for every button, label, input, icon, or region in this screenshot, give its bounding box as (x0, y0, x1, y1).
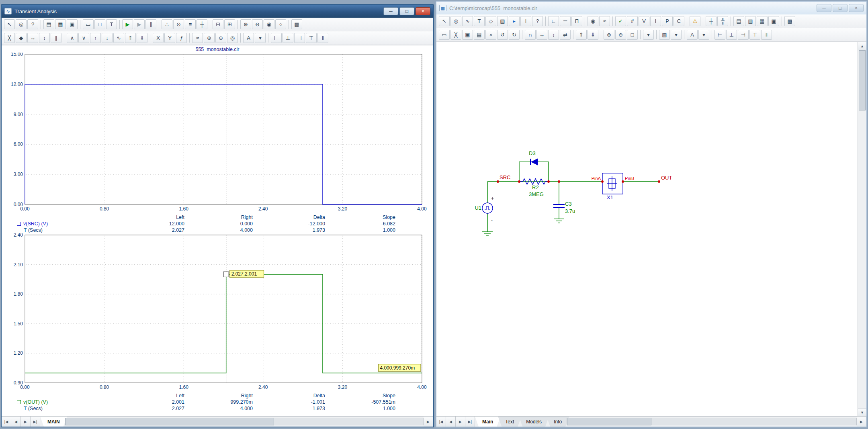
scroll-up-button[interactable]: ▲ (858, 42, 866, 50)
last-tab-button[interactable]: ▶| (31, 417, 40, 427)
pattern-icon[interactable]: ▨ (659, 30, 670, 40)
tokens-icon[interactable]: ⊙ (173, 19, 184, 29)
horizontal-scrollbar-thumb[interactable] (65, 418, 274, 425)
powers-icon[interactable]: P (662, 16, 673, 26)
align-top-icon[interactable]: ⊤ (306, 33, 317, 43)
close-button[interactable]: × (416, 7, 430, 15)
capacitor-c3[interactable] (553, 204, 565, 208)
horizontal-scrollbar[interactable] (567, 418, 857, 425)
zoom-window-icon[interactable]: □ (94, 19, 105, 29)
align-right-icon[interactable]: ⊣ (294, 33, 305, 43)
minimize-button[interactable]: ─ (817, 4, 831, 12)
align-right-icon[interactable]: ⊣ (738, 30, 749, 40)
picture-mode-icon[interactable]: ▧ (497, 16, 508, 26)
diode-d3[interactable] (530, 159, 538, 165)
run-icon[interactable]: ▶ (122, 19, 133, 29)
flag-mode-icon[interactable]: ▸ (509, 16, 520, 26)
align-center-icon[interactable]: ⊥ (726, 30, 737, 40)
flip-icon[interactable]: ⇄ (560, 30, 571, 40)
properties-icon[interactable]: ▩ (291, 19, 302, 29)
data-points-icon[interactable]: ∴ (162, 19, 172, 29)
maximize-button[interactable]: □ (833, 4, 848, 12)
zoom-in-icon[interactable]: ⊕ (240, 19, 251, 29)
node-numbers-icon[interactable]: # (627, 16, 638, 26)
pause-icon[interactable]: ∥ (145, 19, 156, 29)
text-tool-icon[interactable]: T (106, 19, 117, 29)
graphics-mode-icon[interactable]: ◇ (485, 16, 496, 26)
font-icon[interactable]: A (687, 30, 698, 40)
d3-label[interactable]: D3 (529, 150, 536, 156)
help-mode-icon[interactable]: ? (532, 16, 543, 26)
pattern-dropdown-icon[interactable]: ▾ (671, 30, 682, 40)
last-tab-button[interactable]: ▶| (465, 417, 475, 427)
component-list-icon[interactable]: ▤ (733, 16, 744, 26)
new-file-icon[interactable]: ▤ (43, 19, 54, 29)
first-tab-button[interactable]: |◀ (2, 417, 11, 427)
horizontal-scrollbar[interactable] (65, 418, 424, 425)
x1-label[interactable]: X1 (607, 194, 613, 200)
valley-icon[interactable]: ∨ (78, 33, 89, 43)
vertical-axis-icon[interactable]: ⊞ (224, 19, 235, 29)
copy-icon[interactable]: ▣ (462, 30, 473, 40)
next-tab-button[interactable]: ▶ (456, 417, 465, 427)
out-node-label[interactable]: OUT (661, 175, 672, 181)
text-color-icon[interactable]: A (243, 33, 254, 43)
next-tab-button[interactable]: ▶ (21, 417, 31, 427)
grid-snap-icon[interactable]: ╬ (717, 16, 728, 26)
zoom-in-icon[interactable]: ⊕ (204, 33, 215, 43)
src-node-label[interactable]: SRC (500, 174, 510, 180)
normalize-icon[interactable]: ≈ (192, 33, 203, 43)
info-mode-icon[interactable]: i (520, 16, 531, 26)
transient-plot-src[interactable]: 0.000.801.602.403.204.000.003.006.009.00… (2, 53, 433, 213)
box-select-icon[interactable]: ▭ (439, 30, 450, 40)
currents-icon[interactable]: I (650, 16, 661, 26)
title-bar[interactable]: ▦ C:\temp\microcap\555_monostable.cir ─□… (436, 2, 866, 14)
scroll-right-button[interactable]: ▶ (424, 417, 433, 427)
bus-mode-icon[interactable]: ═ (560, 16, 571, 26)
r2-label[interactable]: R2 (532, 184, 539, 190)
autoscale-icon[interactable]: ◉ (264, 19, 274, 29)
wire[interactable] (487, 162, 659, 232)
font-dropdown-icon[interactable]: ▾ (698, 30, 709, 40)
select-region-icon[interactable]: ▭ (83, 19, 94, 29)
info-mode-icon[interactable]: ? (27, 19, 38, 29)
add-tag-icon[interactable]: ◆ (16, 33, 27, 43)
select-mode-icon[interactable]: ↖ (439, 16, 450, 26)
voltage-source-u1[interactable] (482, 203, 493, 213)
shape-list-icon[interactable]: ▥ (745, 16, 756, 26)
prev-tab-button[interactable]: ◀ (446, 417, 456, 427)
scroll-right-button[interactable]: ▶ (857, 417, 866, 427)
align-center-icon[interactable]: ⊥ (283, 33, 293, 43)
minimize-button[interactable]: ─ (383, 7, 398, 15)
close-button[interactable]: × (849, 4, 864, 12)
font-dropdown-icon[interactable]: ▾ (255, 33, 266, 43)
grid-icon[interactable]: ┼ (706, 16, 717, 26)
inflection-icon[interactable]: ∿ (113, 33, 124, 43)
zoom-out-icon[interactable]: ⊖ (252, 19, 263, 29)
open-file-icon[interactable]: ▦ (55, 19, 66, 29)
c3-value-label[interactable]: 3.7u (565, 208, 575, 214)
mirror-x-icon[interactable]: ↔ (536, 30, 547, 40)
tab-main[interactable]: Main (475, 417, 500, 427)
pan-mode-icon[interactable]: ◎ (16, 19, 27, 29)
align-top-icon[interactable]: ⊤ (749, 30, 760, 40)
first-tab-button[interactable]: |◀ (436, 417, 446, 427)
mode-dropdown-icon[interactable]: ▾ (643, 30, 654, 40)
zoom-out-icon[interactable]: ⊖ (615, 30, 626, 40)
select-mode-icon[interactable]: ↖ (4, 19, 15, 29)
go-to-x-icon[interactable]: X (153, 33, 164, 43)
tab-main-plot[interactable]: MAIN (40, 417, 67, 427)
transient-plot-out[interactable]: 0.000.801.602.403.204.000.901.201.501.80… (2, 233, 433, 392)
align-left-icon[interactable]: ⊢ (714, 30, 725, 40)
align-cursors-icon[interactable]: ∥ (51, 33, 61, 43)
zoom-fit-icon[interactable]: ◎ (227, 33, 238, 43)
file-list-icon[interactable]: ▦ (757, 16, 768, 26)
wire-mode-icon[interactable]: ∿ (462, 16, 473, 26)
trace-swatch[interactable] (17, 222, 21, 226)
zoom-out-icon[interactable]: ⊖ (215, 33, 226, 43)
go-to-y-icon[interactable]: Y (164, 33, 175, 43)
scroll-down-button[interactable]: ▼ (858, 408, 866, 416)
conditions-icon[interactable]: C (674, 16, 684, 26)
align-left-icon[interactable]: ⊢ (271, 33, 282, 43)
point-to-point-icon[interactable]: ∟ (548, 16, 559, 26)
